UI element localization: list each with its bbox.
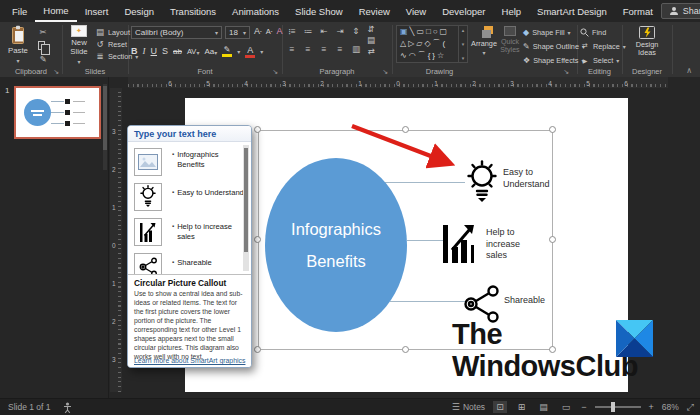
text-pane-scrollbar[interactable] [243, 145, 249, 271]
text-pane-item[interactable]: ▪Easy to Understand [172, 188, 244, 198]
tab-format[interactable]: Format [615, 0, 661, 22]
resize-handle[interactable] [254, 236, 261, 243]
fit-to-window-icon[interactable]: ⤢ [687, 402, 694, 413]
learn-more-link[interactable]: Learn more about SmartArt graphics [134, 357, 245, 364]
shapes-gallery-scrollbar[interactable]: ▴▾▾ [458, 26, 467, 62]
strikethrough-button[interactable]: ab [173, 47, 182, 56]
quick-styles-button[interactable]: Quick Styles [498, 26, 522, 54]
tab-transitions[interactable]: Transitions [162, 0, 224, 22]
decrease-indent-button[interactable]: ⇤ [319, 26, 329, 36]
zoom-slider-thumb[interactable] [611, 402, 615, 412]
clipboard-dialog-launcher[interactable]: ↘ [53, 68, 59, 76]
share-button[interactable]: Share [661, 3, 700, 19]
tab-review[interactable]: Review [351, 0, 398, 22]
align-left-button[interactable]: ≡ [287, 44, 297, 54]
smartart-center-circle[interactable]: Infographics Benefits [265, 158, 407, 332]
picture-placeholder-icon[interactable] [134, 148, 162, 176]
resize-handle[interactable] [254, 126, 261, 133]
scroll-up-icon[interactable]: ▴ [462, 27, 465, 33]
text-pane-item[interactable]: ▪Help to increase sales [172, 222, 244, 243]
design-ideas-button[interactable]: Design Ideas [630, 26, 664, 58]
slideshow-view-button[interactable]: ▭ [559, 401, 574, 413]
gallery-more-icon[interactable]: ▾ [462, 55, 465, 61]
zoom-out-button[interactable]: − [581, 402, 586, 412]
slide-sorter-view-button[interactable]: ⊞ [515, 401, 529, 413]
thumbnail-panel-scrollbar[interactable] [103, 84, 107, 170]
find-button[interactable]: Find [580, 26, 626, 38]
shape-fill-button[interactable]: ◆Shape Fill▾ [523, 26, 585, 38]
tab-developer[interactable]: Developer [434, 0, 493, 22]
shrink-font-button[interactable]: Aˇ [266, 27, 273, 36]
lightbulb-icon[interactable] [464, 159, 500, 207]
tab-smartart-design[interactable]: SmartArt Design [529, 0, 615, 22]
font-size-combo[interactable]: 18 ▾ [225, 26, 250, 39]
paragraph-dialog-launcher[interactable]: ↘ [382, 68, 388, 76]
align-text-button[interactable]: ▤ [366, 35, 376, 45]
highlight-color-button[interactable]: ✎ [222, 45, 232, 57]
shape-effects-button[interactable]: ❖Shape Effects▾ [523, 54, 585, 66]
resize-handle[interactable] [254, 346, 261, 353]
collapse-ribbon-icon[interactable]: ∧ [686, 66, 692, 75]
align-center-button[interactable]: ≡ [303, 44, 313, 54]
share-icon[interactable] [134, 253, 162, 274]
reading-view-button[interactable]: ▤ [536, 401, 551, 413]
tab-file[interactable]: File [4, 0, 35, 22]
zoom-slider[interactable] [595, 406, 641, 408]
text-direction-button[interactable]: ⇵ [366, 24, 376, 34]
columns-button[interactable]: ▥ [351, 44, 361, 54]
normal-view-button[interactable]: ⊡ [493, 401, 507, 413]
smartart-item-label[interactable]: Easy to Understand [503, 167, 557, 190]
tab-help[interactable]: Help [494, 0, 530, 22]
bar-chart-icon[interactable] [134, 218, 162, 246]
accessibility-icon[interactable] [63, 402, 72, 413]
change-case-button[interactable]: Aa▾ [204, 47, 217, 56]
smartart-item-label[interactable]: Help to increase sales [486, 227, 534, 262]
text-pane-item[interactable]: ▪Shareable [172, 258, 244, 268]
grow-font-button[interactable]: Aˆ [254, 26, 262, 36]
numbering-button[interactable]: ≔ [303, 26, 313, 36]
bar-chart-icon[interactable] [442, 223, 476, 265]
convert-to-smartart-button[interactable]: ⇄ [366, 46, 376, 56]
zoom-level[interactable]: 68% [662, 402, 679, 412]
tab-design[interactable]: Design [116, 0, 162, 22]
font-name-combo[interactable]: Calibri (Body) ▾ [131, 26, 222, 39]
replace-button[interactable]: ⇄Replace▾ [580, 40, 626, 52]
new-slide-button[interactable]: ✦ New Slide ▾ [64, 25, 94, 66]
drawing-dialog-launcher[interactable]: ↘ [563, 68, 569, 76]
tab-home[interactable]: Home [35, 0, 76, 22]
bullets-button[interactable]: ⁝≡ [287, 26, 297, 36]
arrange-button[interactable]: Arrange ▾ [471, 26, 497, 57]
shape-outline-button[interactable]: ✎Shape Outline▾ [523, 40, 585, 52]
align-right-button[interactable]: ≡ [319, 44, 329, 54]
increase-indent-button[interactable]: ⇥ [335, 26, 345, 36]
text-pane-item[interactable]: ▪Infographics Benefits [172, 150, 244, 171]
tab-animations[interactable]: Animations [224, 0, 287, 22]
format-painter-button[interactable]: ✎ [38, 54, 48, 64]
tab-slide-show[interactable]: Slide Show [287, 0, 351, 22]
scroll-down-icon[interactable]: ▾ [462, 41, 465, 47]
font-dialog-launcher[interactable]: ↘ [272, 68, 278, 76]
notes-button[interactable]: ☰Notes [452, 402, 485, 412]
zoom-in-button[interactable]: + [649, 402, 654, 412]
tab-insert[interactable]: Insert [77, 0, 117, 22]
select-button[interactable]: ▶Select▾ [580, 54, 626, 66]
paste-button[interactable]: Paste ▾ [4, 25, 32, 65]
smartart-item-label[interactable]: Shareable [504, 295, 564, 307]
cut-button[interactable]: ✂ [38, 27, 48, 37]
resize-handle[interactable] [549, 126, 556, 133]
bold-button[interactable]: B [131, 46, 138, 56]
line-spacing-button[interactable]: ⇕ [351, 26, 361, 36]
resize-handle[interactable] [402, 126, 409, 133]
copy-button[interactable] [38, 41, 45, 50]
smartart-text-pane[interactable]: Type your text here ▪Infographics Benefi… [127, 125, 252, 368]
justify-button[interactable]: ≡ [335, 44, 345, 54]
panel-divider[interactable] [108, 77, 109, 398]
character-spacing-button[interactable]: AV▾ [187, 47, 199, 56]
resize-handle[interactable] [549, 236, 556, 243]
tab-view[interactable]: View [398, 0, 434, 22]
text-shadow-button[interactable]: S [162, 46, 168, 56]
font-color-button[interactable]: A [245, 45, 255, 58]
italic-button[interactable]: I [143, 46, 146, 56]
slide-thumbnail[interactable] [14, 86, 101, 139]
resize-handle[interactable] [402, 346, 409, 353]
